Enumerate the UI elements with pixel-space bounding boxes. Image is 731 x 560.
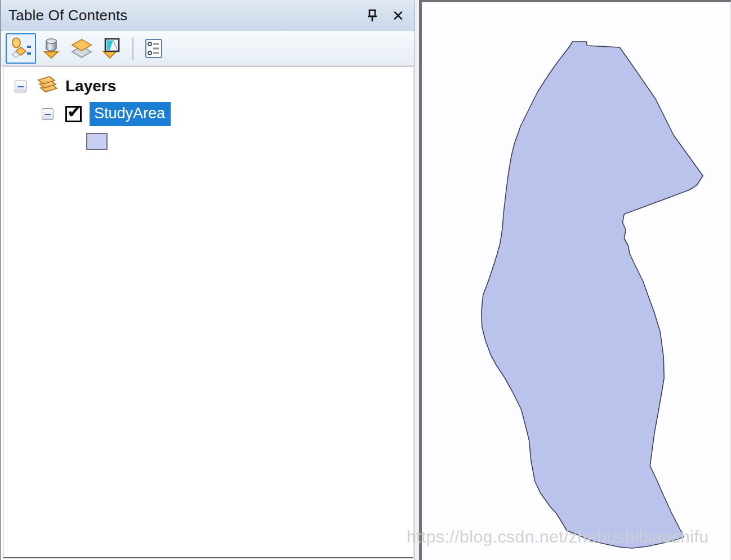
options-button[interactable] — [139, 33, 169, 64]
layers-group-label[interactable]: Layers — [65, 77, 116, 95]
tree-row-layers: − Layers — [15, 75, 116, 97]
list-by-selection-button[interactable] — [97, 33, 127, 64]
toc-toolbar — [1, 31, 414, 66]
close-panel-button[interactable]: ✕ — [390, 7, 407, 24]
layers-group-icon — [33, 75, 59, 97]
list-by-visibility-button[interactable] — [66, 33, 97, 64]
close-icon: ✕ — [392, 8, 404, 23]
collapse-layers-button[interactable]: − — [15, 81, 26, 92]
auto-hide-pin-button[interactable] — [364, 7, 381, 24]
options-list-icon — [142, 37, 165, 60]
table-of-contents-panel: Table Of Contents ✕ — [0, 0, 415, 560]
layer-name-studyarea[interactable]: StudyArea — [90, 102, 171, 126]
panel-title: Table Of Contents — [1, 7, 128, 24]
tree-row-studyarea: − ✔ StudyArea — [42, 102, 171, 126]
study-area-polygon — [482, 42, 703, 548]
legend-swatch[interactable] — [86, 133, 108, 150]
titlebar-buttons: ✕ — [364, 0, 407, 31]
map-svg — [422, 2, 730, 560]
panel-titlebar[interactable]: Table Of Contents ✕ — [1, 0, 414, 31]
checkmark-icon: ✔ — [67, 102, 81, 122]
list-by-drawing-order-button[interactable] — [6, 33, 36, 64]
source-cylinder-icon — [40, 37, 63, 60]
layers-tree: − Layers − ✔ — [3, 66, 413, 558]
arcmap-window: Table Of Contents ✕ — [0, 0, 731, 560]
list-by-source-button[interactable] — [36, 33, 66, 64]
pin-icon — [366, 8, 379, 23]
watermark-text: https://blog.csdn.net/zhebushibiaoshifu — [407, 527, 709, 546]
map-canvas[interactable] — [419, 0, 731, 560]
visibility-layers-icon — [70, 37, 93, 60]
selection-map-icon — [101, 37, 123, 60]
drawing-order-icon — [10, 37, 32, 60]
collapse-studyarea-button[interactable]: − — [42, 108, 54, 120]
toolbar-separator — [132, 37, 133, 60]
layer-visibility-checkbox[interactable]: ✔ — [65, 106, 82, 122]
